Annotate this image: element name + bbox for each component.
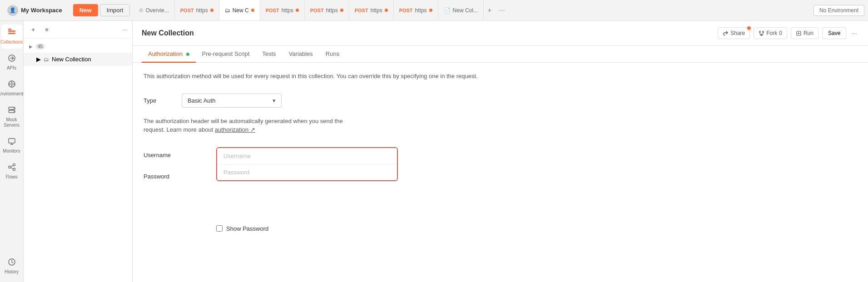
environment-selector[interactable]: No Environment: [813, 5, 864, 16]
run-label: Run: [804, 30, 813, 36]
header-actions: Share Fork 0 Run Save ···: [718, 27, 859, 45]
unsaved-dot: [429, 9, 432, 12]
unsaved-dot: [251, 9, 254, 12]
filter-button[interactable]: ≡: [42, 25, 52, 35]
tab-tests-label: Tests: [262, 50, 276, 57]
topbar: 👤 My Workspace New Import ⊙ Overvie... P…: [0, 0, 868, 21]
tab-variables[interactable]: Variables: [283, 46, 319, 63]
flows-label: Flows: [5, 174, 17, 180]
sidebar-item-flows[interactable]: Flows: [1, 159, 22, 183]
tab-post1[interactable]: POST https: [175, 0, 219, 20]
authorization-active-dot: [186, 53, 189, 56]
sidebar-item-history[interactable]: History: [1, 254, 22, 278]
sidebar-item-collections[interactable]: Collections: [1, 25, 22, 49]
more-tabs-button[interactable]: ···: [495, 6, 508, 15]
tab-label: https: [282, 7, 293, 14]
tab-authorization[interactable]: Authorization: [142, 46, 196, 63]
svg-point-12: [13, 164, 15, 166]
svg-rect-0: [8, 30, 15, 32]
sidebar-nav: Collections APIs Environments Mock Serve…: [0, 21, 24, 282]
method-badge: POST: [399, 8, 413, 13]
unsaved-dot: [385, 9, 388, 12]
tab-label: https: [196, 7, 208, 14]
main-area: Collections APIs Environments Mock Serve…: [0, 21, 868, 282]
add-tab-button[interactable]: +: [484, 6, 495, 15]
collections-panel: + ≡ ··· ▶ 45 ▶ 🗂 New Collection: [24, 21, 133, 282]
credentials-form: Username Password: [144, 147, 398, 184]
collection-name: New Collection: [52, 56, 91, 63]
method-badge: POST: [180, 8, 194, 13]
tab-label: Overvie...: [145, 7, 169, 14]
tab-tests[interactable]: Tests: [256, 46, 282, 63]
environments-icon: [8, 80, 16, 90]
svg-point-9: [14, 111, 15, 112]
tab-post5[interactable]: POST https: [394, 0, 438, 20]
history-label: History: [5, 269, 19, 275]
share-icon: [723, 30, 729, 36]
fork-button[interactable]: Fork 0: [754, 27, 787, 39]
auth-link[interactable]: authorization ↗: [215, 126, 255, 133]
labels-col: Username Password: [144, 147, 180, 184]
password-input[interactable]: [217, 164, 397, 180]
apis-icon: [8, 54, 16, 64]
list-item[interactable]: ▶ 45: [24, 40, 132, 53]
more-options-button[interactable]: ···: [850, 28, 859, 39]
tab-label: https: [326, 7, 338, 14]
tab-post4[interactable]: POST https: [349, 0, 394, 20]
fork-label: Fork: [766, 30, 777, 36]
chevron-down-icon: ▾: [273, 97, 276, 104]
tab-post2[interactable]: POST https: [260, 0, 305, 20]
apis-label: APIs: [7, 65, 16, 71]
import-button[interactable]: Import: [100, 4, 130, 16]
caret-icon: ▶: [29, 44, 33, 49]
page-title: New Collection: [142, 29, 712, 44]
sidebar-item-environments[interactable]: Environments: [1, 76, 22, 100]
tab-runs[interactable]: Runs: [319, 46, 346, 63]
password-label: Password: [144, 168, 180, 184]
type-row: Type Basic Auth ▾: [144, 94, 857, 108]
workspace-label: My Workspace: [21, 7, 62, 14]
tab-prerequest-label: Pre-request Script: [202, 50, 250, 57]
collection-icon2: 📄: [444, 7, 451, 14]
inputs-col: [216, 147, 398, 181]
share-button[interactable]: Share: [718, 27, 750, 39]
username-input[interactable]: [217, 148, 397, 164]
environments-label: Environments: [0, 91, 25, 97]
tab-label: https: [415, 7, 427, 14]
new-button[interactable]: New: [73, 4, 98, 16]
tab-post3[interactable]: POST https: [305, 0, 349, 20]
list-item[interactable]: ▶ 🗂 New Collection: [24, 53, 132, 66]
tab-label: New C: [233, 7, 249, 14]
run-button[interactable]: Run: [791, 27, 818, 39]
add-collection-button[interactable]: +: [28, 25, 38, 35]
tab-overview[interactable]: ⊙ Overvie...: [134, 0, 174, 20]
tab-variables-label: Variables: [289, 50, 313, 57]
svg-rect-1: [8, 33, 15, 34]
sidebar-item-mock-servers[interactable]: Mock Servers: [1, 102, 22, 132]
show-password-label: Show Password: [226, 225, 268, 232]
type-dropdown[interactable]: Basic Auth ▾: [182, 94, 282, 108]
history-icon: [8, 258, 16, 268]
panel-more-button[interactable]: ···: [122, 26, 128, 33]
share-dot: [747, 26, 751, 30]
tab-label: https: [371, 7, 382, 14]
show-password-checkbox[interactable]: [216, 225, 223, 232]
type-value: Basic Auth: [188, 97, 215, 104]
collection-icon: 🗂: [225, 7, 230, 14]
tab-newcol2[interactable]: 📄 New Col...: [438, 0, 484, 20]
tab-authorization-label: Authorization: [148, 50, 183, 57]
method-badge: POST: [310, 8, 324, 13]
show-password-row: Show Password: [216, 225, 268, 232]
sidebar-item-monitors[interactable]: Monitors: [1, 134, 22, 158]
collection-list: ▶ 45 ▶ 🗂 New Collection: [24, 39, 132, 282]
save-button[interactable]: Save: [822, 27, 846, 39]
workspace-button[interactable]: 👤 My Workspace: [4, 3, 66, 18]
sidebar-item-apis[interactable]: APIs: [1, 50, 22, 74]
tab-newcollection[interactable]: 🗂 New C: [219, 0, 260, 20]
avatar: 👤: [7, 5, 18, 16]
tab-prerequest[interactable]: Pre-request Script: [196, 46, 256, 63]
share-label: Share: [730, 30, 745, 36]
auth-note-text2: request. Learn more about: [144, 126, 215, 133]
svg-point-15: [759, 31, 761, 32]
unsaved-dot: [296, 9, 299, 12]
